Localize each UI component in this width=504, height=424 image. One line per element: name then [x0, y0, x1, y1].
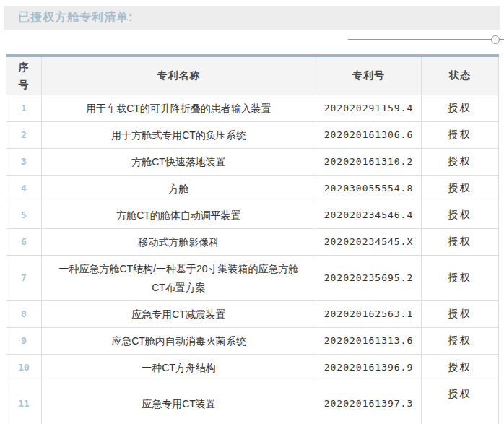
table-row: 8 应急专用CT减震装置 202020162563.1 授权 [6, 300, 499, 327]
table-row: 7 一种应急方舱CT结构/一种基于20寸集装箱的应急方舱CT布置方案 20202… [6, 255, 499, 300]
row-number: 9 [6, 327, 42, 354]
row-number: 11 [6, 381, 42, 424]
patent-table-body: 1 用于车载CT的可升降折叠的患者输入装置 202020291159.4 授权 … [6, 95, 499, 424]
page-title-banner: 已授权方舱专利清单: [4, 6, 500, 30]
table-row: 3 方舱CT快速落地装置 202020161310.2 授权 [6, 148, 499, 175]
patent-number: 202020161313.6 [316, 327, 422, 354]
status-badge: 授权 [422, 121, 499, 148]
patent-number: 202020161396.9 [316, 354, 422, 381]
patent-number: 202020234546.4 [316, 202, 422, 228]
column-header-number: 专利号 [316, 56, 422, 95]
status-badge: 授权 [422, 148, 499, 175]
slider-handle-icon[interactable] [491, 35, 500, 44]
patent-name: 一种CT方舟结构 [42, 354, 316, 381]
patent-name: 方舱CT快速落地装置 [42, 148, 316, 175]
status-badge: 授权 [422, 327, 499, 354]
status-badge: 授权 [422, 228, 499, 255]
row-number: 2 [6, 121, 42, 148]
slider-track [348, 39, 504, 40]
table-row: 1 用于车载CT的可升降折叠的患者输入装置 202020291159.4 授权 [6, 95, 499, 121]
row-number: 6 [6, 228, 42, 255]
patent-name: 用于车载CT的可升降折叠的患者输入装置 [42, 95, 316, 121]
table-row: 2 用于方舱式专用CT的负压系统 202020161306.6 授权 [6, 121, 499, 148]
row-number: 4 [6, 175, 42, 202]
patent-number: 202020162563.1 [316, 300, 422, 327]
patent-number: 202020235695.2 [316, 255, 422, 300]
table-row: 9 应急CT舱内自动消毒灭菌系统 202020161313.6 授权 [6, 327, 499, 354]
table-row: 4 方舱 202030055554.8 授权 [6, 175, 499, 202]
patent-number: 202030055554.8 [316, 175, 422, 202]
patent-name: 应急专用CT装置 [42, 381, 316, 424]
patent-name: 应急CT舱内自动消毒灭菌系统 [42, 327, 316, 354]
patent-name: 用于方舱式专用CT的负压系统 [42, 121, 316, 148]
row-number: 7 [6, 255, 42, 300]
patent-name: 一种应急方舱CT结构/一种基于20寸集装箱的应急方舱CT布置方案 [42, 255, 316, 300]
patent-number: 202020291159.4 [316, 95, 422, 121]
row-number: 5 [6, 202, 42, 228]
row-number: 8 [6, 300, 42, 327]
row-number: 1 [6, 95, 42, 121]
patent-number: 202020161306.6 [316, 121, 422, 148]
row-number: 10 [6, 354, 42, 381]
patent-table: 序号 专利名称 专利号 状态 1 用于车载CT的可升降折叠的患者输入装置 202… [6, 54, 499, 424]
patent-number: 202020161397.3 [316, 381, 422, 424]
page-title: 已授权方舱专利清单: [18, 10, 133, 25]
patent-number: 202020234545.X [316, 228, 422, 255]
status-badge: 授权 [422, 255, 499, 300]
column-header-no-label: 序号 [18, 59, 29, 93]
row-number: 3 [6, 148, 42, 175]
table-header-row: 序号 专利名称 专利号 状态 [6, 56, 499, 95]
column-header-name: 专利名称 [42, 56, 316, 95]
page: { "header": { "title": "已授权方舱专利清单:", "ti… [0, 0, 504, 424]
patent-name: 方舱 [42, 175, 316, 202]
status-badge: 授权 [422, 95, 499, 121]
patent-name: 应急专用CT减震装置 [42, 300, 316, 327]
patent-table-head: 序号 专利名称 专利号 状态 [6, 56, 499, 95]
status-badge: 授权 [422, 354, 499, 381]
table-row: 5 方舱CT的舱体自动调平装置 202020234546.4 授权 [6, 202, 499, 228]
status-badge: 授权 [422, 175, 499, 202]
column-header-no: 序号 [6, 56, 42, 95]
status-badge: 授权 [422, 300, 499, 327]
status-badge: 授权 [422, 381, 499, 424]
patent-name: 移动式方舱影像科 [42, 228, 316, 255]
table-row: 10 一种CT方舟结构 202020161396.9 授权 [6, 354, 499, 381]
table-row: 11 应急专用CT装置 202020161397.3 授权 [6, 381, 499, 424]
table-row: 6 移动式方舱影像科 202020234545.X 授权 [6, 228, 499, 255]
column-header-status: 状态 [422, 56, 499, 95]
patent-number: 202020161310.2 [316, 148, 422, 175]
status-badge: 授权 [422, 202, 499, 228]
patent-name: 方舱CT的舱体自动调平装置 [42, 202, 316, 228]
